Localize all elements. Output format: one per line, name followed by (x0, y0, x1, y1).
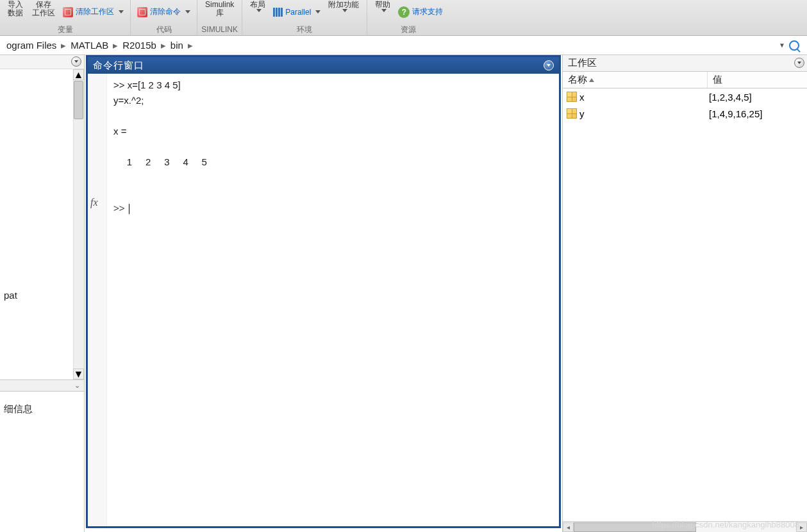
clear-icon (137, 7, 147, 17)
ribbon-group-code: 清除命令 代码 (131, 0, 197, 35)
text-cursor (129, 204, 129, 214)
workspace-row[interactable]: x [1,2,3,4,5] (563, 88, 807, 105)
help-button[interactable]: 帮助 (371, 1, 394, 24)
chevron-down-icon (381, 9, 387, 12)
workspace-col-value[interactable]: 值 (708, 72, 807, 88)
details-panel: 细信息 (0, 391, 84, 532)
fx-icon[interactable]: fx (90, 197, 98, 208)
ribbon-group-label: 变量 (4, 24, 126, 35)
scroll-left-icon[interactable]: ◂ (563, 522, 574, 532)
panel-collapse[interactable]: ⌄ (0, 379, 84, 391)
breadcrumb: ogram Files▸ MATLAB▸ R2015b▸ bin▸ ▼ (0, 36, 807, 55)
workspace-variables[interactable]: x [1,2,3,4,5] y [1,4,9,16,25] (563, 88, 807, 521)
simulink-library-button[interactable]: Simulink 库 (201, 1, 238, 24)
ribbon-group-resources: 帮助 ? 请求支持 资源 (367, 0, 449, 35)
ribbon-group-label: 资源 (371, 24, 445, 35)
scroll-thumb[interactable] (574, 522, 696, 532)
current-folder-header (0, 55, 84, 69)
chevron-down-icon (119, 10, 124, 13)
parallel-button[interactable]: Parallel (270, 5, 323, 19)
workspace-title: 工作区 (563, 55, 807, 72)
command-window-body[interactable]: fx >> x=[1 2 3 4 5] y=x.^2; x = 1 2 3 4 … (88, 74, 559, 526)
parallel-icon (273, 8, 283, 17)
command-window-title: 命令行窗口 (88, 57, 559, 74)
work-area: pat ▲ ▼ ⌄ 细信息 命令行窗口 fx >> x=[1 2 3 4 5] … (0, 55, 807, 532)
variable-icon (567, 92, 577, 102)
ribbon-group-simulink: Simulink 库 SIMULINK (197, 0, 242, 35)
workspace-header-row: 名称 值 (563, 72, 807, 88)
save-workspace-button[interactable]: 保存 工作区 (28, 1, 59, 24)
support-icon: ? (398, 6, 410, 18)
chevron-down-icon (315, 10, 320, 13)
clear-workspace-button[interactable]: 清除工作区 (60, 5, 126, 19)
ribbon-group-variable: 导入 数据 保存 工作区 清除工作区 变量 (0, 0, 131, 35)
workspace-col-name[interactable]: 名称 (563, 72, 708, 88)
sort-asc-icon (589, 78, 594, 82)
workspace-row[interactable]: y [1,4,9,16,25] (563, 105, 807, 122)
breadcrumb-item[interactable]: ogram Files (4, 40, 59, 51)
layout-button[interactable]: 布局 (246, 1, 269, 24)
file-item[interactable]: pat (0, 287, 84, 303)
request-support-button[interactable]: ? 请求支持 (395, 5, 445, 19)
command-window-panel: 命令行窗口 fx >> x=[1 2 3 4 5] y=x.^2; x = 1 … (86, 55, 561, 528)
scroll-right-icon[interactable]: ▸ (796, 522, 807, 532)
details-label: 细信息 (4, 403, 80, 415)
ribbon-group-environment: 布局 Parallel 附加功能 环境 (242, 0, 367, 35)
variable-icon (567, 108, 577, 119)
file-list[interactable]: pat ▲ ▼ (0, 69, 84, 379)
panel-menu-button[interactable] (544, 60, 554, 71)
chevron-down-icon (342, 9, 347, 12)
import-data-button[interactable]: 导入 数据 (4, 1, 27, 24)
breadcrumb-item[interactable]: R2015b (120, 40, 159, 51)
scroll-thumb[interactable] (74, 81, 83, 119)
ribbon-group-label: SIMULINK (201, 24, 238, 35)
panel-menu-button[interactable] (794, 58, 804, 68)
clear-commands-button[interactable]: 清除命令 (135, 5, 193, 19)
panel-menu-button[interactable] (71, 56, 81, 67)
chevron-down-icon (185, 10, 190, 13)
ribbon-group-label: 代码 (135, 24, 193, 35)
breadcrumb-item[interactable]: MATLAB (68, 40, 111, 51)
breadcrumb-item[interactable]: bin (168, 40, 186, 51)
current-folder-panel: pat ▲ ▼ ⌄ 细信息 (0, 55, 85, 532)
chevron-down-icon (256, 9, 262, 12)
command-gutter: fx (88, 74, 107, 526)
scrollbar-vertical[interactable]: ▲ ▼ (73, 69, 84, 379)
command-output[interactable]: >> x=[1 2 3 4 5] y=x.^2; x = 1 2 3 4 5 >… (107, 74, 559, 526)
ribbon-toolbar: 导入 数据 保存 工作区 清除工作区 变量 清除命令 代码 (0, 0, 807, 36)
addons-button[interactable]: 附加功能 (324, 1, 363, 24)
workspace-panel: 工作区 名称 值 x [1,2,3,4,5] y [1,4,9,16,25] ◂ (562, 55, 807, 532)
scroll-down-icon[interactable]: ▼ (73, 369, 84, 379)
scroll-up-icon[interactable]: ▲ (73, 69, 84, 80)
clear-icon (63, 7, 73, 17)
ribbon-group-label: 环境 (246, 24, 363, 35)
search-icon[interactable] (789, 40, 799, 51)
scrollbar-horizontal[interactable]: ◂ ▸ (563, 521, 807, 532)
